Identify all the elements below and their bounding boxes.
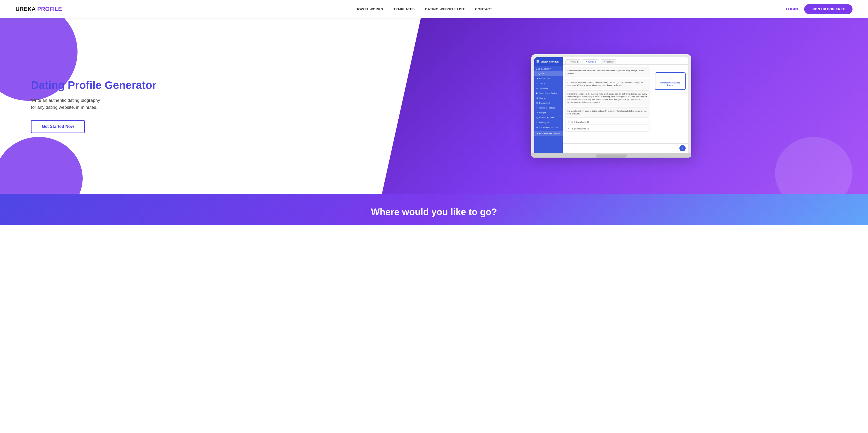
sidebar-label-funny: Funny	[540, 82, 545, 85]
social-input-fb[interactable]: ＋ Fb: @SimplyEmilie_21 ×	[565, 126, 649, 131]
opener-icon: ◉	[536, 97, 538, 99]
sidebar-label-funny-movie-quotes: Funny Movie Quotes	[539, 92, 557, 94]
favorites-icon: ★	[536, 132, 538, 134]
sidebar-item-interests[interactable]: ♣ Interest & Hobbies	[534, 105, 563, 110]
get-started-button[interactable]: Get Started Now	[31, 120, 85, 133]
sidebar-item-funny[interactable]: ☺ Funny	[534, 81, 563, 86]
generate-button-mock[interactable]: + Generate Your Dating Profile	[655, 72, 686, 90]
sidebar-section-label: ADD ELEMENT	[534, 66, 563, 71]
remove-ig-icon[interactable]: ×	[646, 121, 647, 123]
social-input-ig[interactable]: ＋ IG: @SimplyEmilie_21 ×	[565, 119, 649, 125]
generate-label: Generate Your Dating Profile	[658, 82, 683, 86]
sidebar-label-personality: Personality Traits	[539, 117, 554, 119]
generate-plus-icon: +	[658, 76, 683, 81]
sidebar-logo-text: UREKA PROFILE	[541, 61, 559, 63]
nav-contact[interactable]: CONTACT	[475, 7, 492, 11]
laptop-wrapper: ☰ UREKA PROFILE ADD ELEMENT ❝ Quotes ★ I…	[531, 54, 691, 158]
laptop-inner: ☰ UREKA PROFILE ADD ELEMENT ❝ Quotes ★ I…	[534, 57, 688, 153]
scroll-up-button[interactable]: ↑	[679, 145, 686, 151]
sidebar-label-background: Background	[539, 102, 550, 104]
text-block-2: ⋮ If I can put a smile on your face, I k…	[565, 79, 649, 89]
background-icon: ⊞	[536, 102, 538, 104]
laptop-base	[531, 153, 691, 158]
sidebar-label-inspirational: Inspirational	[539, 77, 550, 80]
app-sidebar: ☰ UREKA PROFILE ADD ELEMENT ❝ Quotes ★ I…	[534, 57, 563, 153]
intellectual-icon: ◈	[536, 87, 538, 89]
hero-content: Dating Profile Generator Write an authen…	[0, 63, 365, 149]
hero-mockup: ☰ UREKA PROFILE ADD ELEMENT ❝ Quotes ★ I…	[365, 47, 868, 165]
sidebar-item-favorites[interactable]: ★ FAVORITE SENTENCES	[534, 131, 563, 136]
sidebar-item-social-media[interactable]: ⊟ Social Media Accounts	[534, 125, 563, 130]
inspirational-icon: ★	[536, 77, 538, 80]
drag-handle-3: ⋮	[565, 97, 567, 100]
sidebar-item-inspirational[interactable]: ★ Inspirational	[534, 76, 563, 81]
sidebar-label-opener: Opener	[539, 97, 546, 99]
tab-profile-3[interactable]: ✓ Profile 3	[601, 59, 616, 64]
sidebar-item-background[interactable]: ⊞ Background	[534, 100, 563, 105]
logo-profile: PROFILE	[37, 6, 62, 12]
sidebar-label-quotes: Quotes	[538, 72, 545, 75]
tab-profile-1[interactable]: ✓ Profile 1	[565, 59, 581, 64]
tab-profile-2-label: Profile 2	[588, 61, 596, 63]
hero-section: Dating Profile Generator Write an authen…	[0, 18, 868, 194]
nav-links: HOW IT WORKS TEMPLATES DATING WEBSITE LI…	[356, 7, 492, 11]
social-media-icon: ⊟	[536, 126, 538, 129]
sidebar-item-looking-for[interactable]: ⊙ Looking For	[534, 120, 563, 125]
quotes-icon: ❝	[536, 72, 537, 75]
nav-right: LOGIN SIGN UP FOR FREE	[786, 4, 852, 14]
nav-dating-website-list[interactable]: DATING WEBSITE LIST	[425, 7, 465, 11]
sidebar-item-funny-movie-quotes[interactable]: ▶ Funny Movie Quotes	[534, 91, 563, 96]
bottom-section: Where would you like to go?	[0, 194, 868, 225]
app-footer: ↑	[563, 144, 688, 153]
app-editor[interactable]: ⋮ If women ran the world, we wouldn't ha…	[563, 65, 652, 144]
logo-ureka: UREKA	[16, 6, 36, 12]
sidebar-label-intellectual: Intellectual	[539, 87, 549, 89]
text-block-3: ⋮ I love hiking and being in the outdoor…	[565, 90, 649, 106]
bottom-title: Where would you like to go?	[0, 207, 868, 218]
religion-icon: ✦	[536, 112, 538, 114]
sidebar-item-intellectual[interactable]: ◈ Intellectual	[534, 86, 563, 91]
add-ig-icon: ＋	[567, 121, 569, 123]
remove-fb-icon[interactable]: ×	[646, 128, 647, 130]
drag-handle-4: ⋮	[565, 111, 567, 114]
tab-profile-1-label: Profile 1	[571, 61, 578, 63]
sidebar-item-quotes[interactable]: ❝ Quotes	[534, 71, 563, 76]
funny-icon: ☺	[536, 82, 538, 85]
app-tabs: ✓ Profile 1 ✓ Profile 2 ✓ Profile 3	[563, 57, 688, 65]
logo-link[interactable]: UREKA PROFILE	[16, 6, 62, 12]
sidebar-label-interests: Interest & Hobbies	[539, 107, 555, 109]
app-main: ✓ Profile 1 ✓ Profile 2 ✓ Profile 3	[563, 57, 688, 153]
personality-icon: ◎	[536, 117, 538, 119]
interests-icon: ♣	[536, 107, 537, 109]
nav-how-it-works[interactable]: HOW IT WORKS	[356, 7, 383, 11]
tab-profile-2[interactable]: ✓ Profile 2	[583, 59, 599, 64]
ig-placeholder: IG: @SimplyEmilie_21	[571, 121, 589, 123]
text-block-1: ⋮ If women ran the world, we wouldn't ha…	[565, 67, 649, 77]
app-body: ⋮ If women ran the world, we wouldn't ha…	[563, 65, 688, 144]
sidebar-item-opener[interactable]: ◉ Opener	[534, 96, 563, 100]
generate-panel: + Generate Your Dating Profile	[652, 65, 688, 144]
fb-placeholder: Fb: @SimplyEmilie_21	[571, 128, 589, 130]
login-button[interactable]: LOGIN	[786, 7, 798, 11]
nav-templates[interactable]: TEMPLATES	[394, 7, 414, 11]
sidebar-label-social-media: Social Media Accounts	[539, 126, 559, 129]
sidebar-label-religion: Religion	[539, 112, 547, 114]
signup-button[interactable]: SIGN UP FOR FREE	[804, 4, 852, 14]
navbar: UREKA PROFILE HOW IT WORKS TEMPLATES DAT…	[0, 0, 868, 18]
sidebar-label-looking-for: Looking For	[539, 121, 550, 124]
text-block-4: ⋮ I've gone through my share of dating, …	[565, 107, 649, 118]
drag-handle-1: ⋮	[565, 71, 567, 74]
sidebar-header: ☰ UREKA PROFILE	[534, 57, 563, 66]
sidebar-menu-icon: ☰	[536, 60, 539, 64]
tab-profile-3-label: Profile 3	[606, 61, 614, 63]
laptop-screen: ☰ UREKA PROFILE ADD ELEMENT ❝ Quotes ★ I…	[531, 54, 691, 153]
sidebar-label-favorites: FAVORITE SENTENCES	[539, 132, 560, 134]
looking-for-icon: ⊙	[536, 121, 538, 124]
sidebar-item-personality[interactable]: ◎ Personality Traits	[534, 115, 563, 120]
drag-handle-2: ⋮	[565, 83, 567, 86]
hero-subtitle: Write an authentic dating biography for …	[31, 97, 354, 111]
hero-title: Dating Profile Generator	[31, 79, 354, 92]
add-fb-icon: ＋	[567, 127, 569, 130]
movie-icon: ▶	[536, 92, 538, 94]
sidebar-item-religion[interactable]: ✦ Religion	[534, 110, 563, 115]
